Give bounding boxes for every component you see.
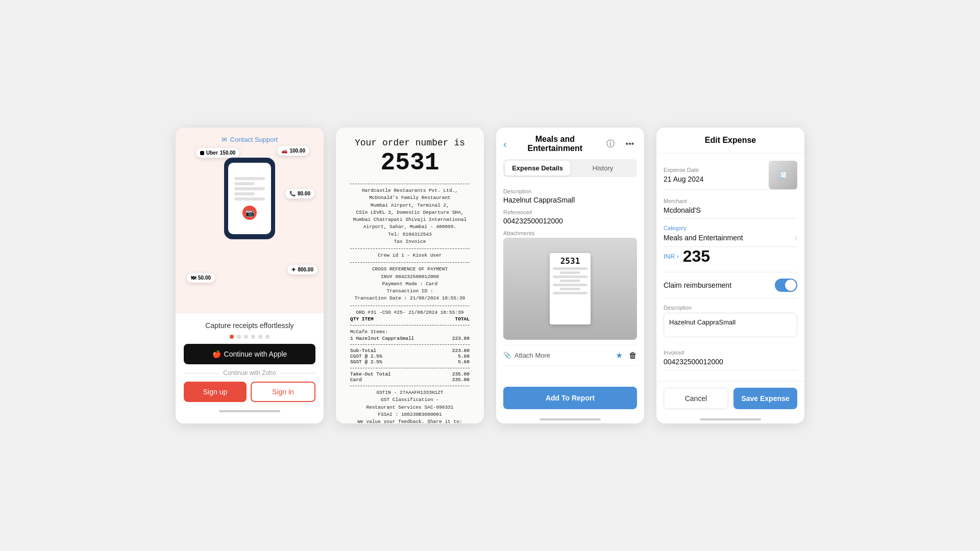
address3: Mumbai Chatrapati Shivaji International (350, 216, 470, 223)
gst-class2: Restaurant Services SAC-996331 (350, 404, 470, 411)
continue-with-apple-button[interactable]: 🍎 Continue with Apple (184, 344, 315, 364)
invoice-field[interactable]: 004232500012000 (664, 358, 797, 370)
divider-right (280, 373, 315, 373)
star-button[interactable]: ★ (616, 350, 623, 360)
uber-badge: Uber 150.00 (196, 148, 239, 158)
order-prefix: Your order number is (355, 138, 465, 148)
address2: CSIA LEVEL 3, Domestic Departure SHA, (350, 209, 470, 216)
dot-2 (237, 335, 241, 339)
currency-chevron: › (676, 253, 678, 260)
tel: Tel: 8104312543 (350, 231, 470, 238)
amount-value: 235 (683, 247, 710, 266)
merchant-field[interactable]: Mcdonald'S (664, 206, 797, 219)
category-label: Category (664, 225, 797, 231)
receipt-inner: 2531 (550, 253, 591, 324)
back-button[interactable]: ‹ (503, 138, 507, 150)
expense-date-label: Expense Date (664, 167, 704, 173)
description-value: Hazelnut CappraSmall (503, 196, 637, 204)
date-group: Expense Date 21 Aug 2024 (664, 161, 704, 185)
tab-history[interactable]: History (570, 161, 635, 176)
dot-4 (251, 335, 255, 339)
attachments-area: Attachments 2531 (503, 230, 637, 340)
ml2 (560, 271, 581, 274)
home-indicator (219, 410, 280, 412)
card3-title: Meals and Entertainment (512, 135, 598, 153)
attach-more-button[interactable]: 📎 Attach More (503, 352, 616, 359)
ml1 (553, 267, 587, 270)
apple-icon: 🍎 (212, 350, 221, 358)
description-field-value: Hazelnut CappraSmall (669, 318, 736, 326)
ml5 (553, 284, 587, 286)
payment-mode: Payment Mode : Card (350, 281, 470, 288)
detail-section: Description Hazelnut CappraSmall Referen… (496, 183, 644, 381)
restaurant-name: Hardcastle Restaurants Pvt. Ltd., (350, 187, 470, 194)
cancel-button[interactable]: Cancel (664, 388, 728, 409)
amount-row: INR › 235 (664, 247, 797, 272)
reference-value: 004232500012000 (503, 217, 637, 225)
action-icons: ★ 🗑 (616, 350, 637, 360)
signup-button[interactable]: Sign up (184, 382, 247, 402)
receipt-divider-5 (350, 325, 470, 325)
phone-badge: 📞 80.00 (285, 189, 314, 198)
save-expense-button[interactable]: Save Expense (733, 388, 797, 409)
home-indicator-3 (540, 418, 601, 420)
signin-button[interactable]: Sign in (251, 382, 315, 402)
lyft-badge: 🚗 100.00 (277, 146, 309, 156)
delete-button[interactable]: 🗑 (629, 350, 637, 360)
receipt-line-3 (234, 187, 265, 190)
inv: INV# 004232500012000 (350, 273, 470, 281)
tab-expense-details[interactable]: Expense Details (505, 161, 570, 176)
claim-row: Claim reimbursement (664, 272, 797, 298)
receipt-line-2 (234, 182, 255, 185)
ord-line: ORD #31 -CSO #25- 21/08/2024 18:55:39 (350, 309, 470, 316)
category-value: Meals and Entertainment (664, 234, 743, 242)
crew: Crew id 1 - Kiosk User (350, 252, 470, 259)
description-field-label: Description (664, 305, 797, 311)
auth-buttons: Sign up Sign in (184, 382, 315, 402)
mini-order-num: 2531 (560, 256, 580, 266)
category-field[interactable]: Meals and Entertainment › (664, 233, 797, 247)
uber-dot (200, 151, 204, 155)
scan-button[interactable]: 📷 (242, 206, 257, 220)
dot-3 (244, 335, 248, 339)
card1-bottom: Capture receipts effortlessly 🍎 Continue… (176, 313, 324, 423)
receipt-thumb-edit[interactable]: 🧾 (769, 161, 797, 189)
caption-text: Capture receipts effortlessly (205, 321, 293, 330)
receipt-divider-4 (350, 306, 470, 306)
item-hazelnut: 1 Hazelnut CappraSmall 223.80 (350, 336, 470, 341)
receipt-divider-1 (350, 184, 470, 184)
edit-footer: Cancel Save Expense (656, 381, 804, 415)
paperclip-icon: 📎 (503, 352, 511, 359)
address1: Mumbai Airport, Terminal 2, (350, 202, 470, 209)
tab-bar: Expense Details History (503, 159, 637, 177)
contact-support-link[interactable]: ✉ Contact Support (222, 136, 278, 143)
description-field[interactable]: Hazelnut CappraSmall (664, 313, 797, 337)
transaction-date: Transaction Date : 21/08/2024 18:55:39 (350, 295, 470, 302)
card-row: Card 235.00 (350, 377, 470, 383)
info-button[interactable]: ⓘ (603, 137, 618, 151)
more-button[interactable]: ••• (623, 137, 637, 151)
attachments-label: Attachments (503, 230, 637, 236)
ml6 (560, 288, 581, 290)
receipt-thumbnail[interactable]: 2531 (503, 238, 637, 340)
edit-body: Expense Date 21 Aug 2024 🧾 Merchant Mcdo… (656, 154, 804, 381)
claim-toggle[interactable] (775, 279, 797, 292)
ml4 (560, 280, 581, 282)
expense-date-field[interactable]: 21 Aug 2024 (664, 175, 704, 185)
illustration-area: ✉ Contact Support Uber 150.00 🚗 100.00 🍽… (176, 128, 324, 313)
phone-mockup: 📷 (224, 158, 275, 239)
sub-name: McDonald's Family Restaurant (350, 194, 470, 202)
attach-actions: 📎 Attach More ★ 🗑 (503, 345, 637, 366)
ml7 (553, 292, 587, 294)
cgst-row: CGST @ 2.5% 5.60 (350, 354, 470, 359)
pagination-dots (230, 335, 270, 339)
order-number: 2531 (380, 149, 439, 177)
currency-button[interactable]: INR › (664, 253, 679, 260)
camera-icon: 📷 (246, 209, 254, 217)
receipt-divider-6 (350, 344, 470, 345)
invoice-value: 004232500012000 (664, 358, 723, 366)
sgst-row: SGST @ 2.5% 5.60 (350, 359, 470, 365)
add-to-report-button[interactable]: Add To Report (503, 387, 637, 409)
gst-class: GST Classification - (350, 396, 470, 404)
edit-expense-title: Edit Expense (705, 136, 756, 144)
